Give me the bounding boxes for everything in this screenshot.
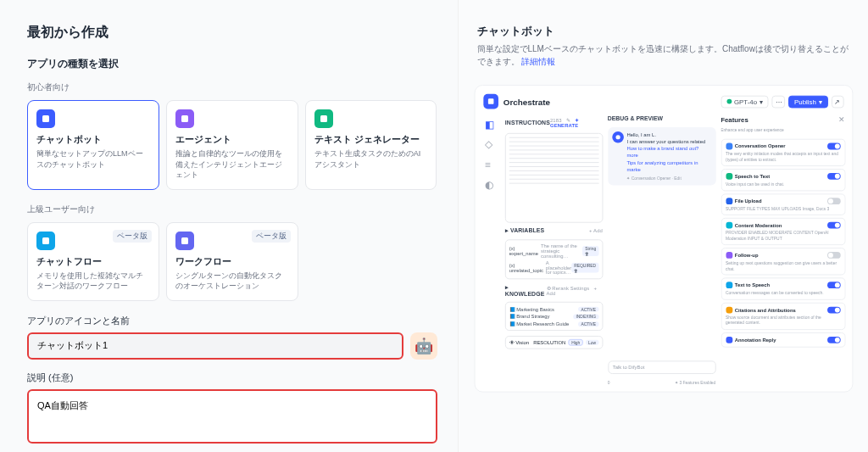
beta-tag: ベータ版 (252, 230, 291, 243)
feature-desc: The very entity initiation modes that ac… (726, 151, 840, 162)
detail-link[interactable]: 詳細情報 (521, 57, 555, 66)
variables-box: (x) expert_name The name of the strategi… (504, 239, 602, 279)
chat-input[interactable]: Talk to DifyBot (607, 360, 715, 374)
res-low-button[interactable]: Low (586, 340, 598, 345)
type-section-label: アプリの種類を選択 (27, 57, 437, 71)
features-title: Features (721, 116, 748, 124)
feature-toggle[interactable] (826, 306, 840, 313)
feature-dot-icon (726, 198, 732, 204)
svg-rect-5 (487, 98, 493, 104)
type-title: チャットフロー (36, 255, 150, 268)
knowledge-row[interactable]: 📘 Marketing Basics ACTIVE (509, 305, 598, 313)
advanced-label: 上級ユーザー向け (27, 204, 437, 215)
feature-card[interactable]: Text to Speech Conversation messages can… (721, 277, 845, 299)
feature-card[interactable]: Conversation Opener The very entity init… (721, 139, 845, 166)
preview-desc: 簡単な設定でLLMベースのチャットボットを迅速に構築します。Chatflowは後… (477, 42, 850, 68)
sidebar-access-icon[interactable]: ◇ (485, 139, 497, 151)
feature-card[interactable]: Speech to Text Voice input can be used i… (721, 169, 845, 191)
feature-dot-icon (726, 173, 732, 180)
feature-toggle[interactable] (826, 282, 840, 288)
svg-rect-4 (181, 237, 188, 244)
svg-rect-0 (42, 115, 49, 122)
feature-dot-icon (726, 143, 732, 150)
knowledge-box: 📘 Marketing Basics ACTIVE 📘 Brand Strate… (504, 302, 602, 331)
sidebar-monitor-icon[interactable]: ◐ (485, 179, 497, 191)
close-icon[interactable]: ✕ (838, 115, 845, 124)
type-title: テキスト ジェネレーター (314, 133, 428, 146)
type-icon-chatflow (36, 232, 55, 250)
svg-rect-2 (320, 115, 327, 122)
feature-card[interactable]: Content Moderation PROVIDER ENABLED MODE… (721, 218, 845, 245)
model-selector[interactable]: GPT-4o ▾ (721, 95, 768, 108)
bot-avatar-icon (611, 131, 623, 143)
feature-desc: Conversation messages can be converted t… (726, 290, 840, 295)
feature-card[interactable]: Follow-up Setting up next questions sugg… (721, 248, 845, 275)
add-variable-button[interactable]: + Add (589, 229, 603, 234)
app-name-input[interactable] (27, 332, 403, 360)
app-avatar-icon[interactable]: 🤖 (410, 332, 437, 360)
type-card-chatflow[interactable]: ベータ版 チャットフロー メモリを使用した複雑なマルチターン対話のワークフロー (27, 222, 159, 301)
variables-label: VARIABLES (509, 228, 543, 234)
feature-dot-icon (726, 252, 732, 259)
beta-tag: ベータ版 (113, 230, 152, 243)
orchestrate-label: Orchestrate (503, 97, 549, 106)
feature-dot-icon (726, 306, 732, 313)
feature-dot-icon (726, 222, 732, 229)
app-logo-icon (483, 94, 498, 109)
features-enabled-link[interactable]: ✦ 3 Features Enabled (675, 380, 715, 385)
instructions-label: INSTRUCTIONS (504, 120, 549, 126)
type-icon-textgen (314, 109, 333, 128)
settings-icon[interactable]: ⋯ (771, 95, 785, 108)
preview-area: Orchestrate GPT-4o ▾ ⋯ Publish ▾ ↗ ◧ (474, 85, 852, 393)
type-card-agent[interactable]: エージェント 推論と自律的なツールの使用を備えたインテリジェントエージェント (166, 100, 298, 190)
feature-toggle[interactable] (826, 252, 840, 259)
feature-toggle[interactable] (826, 143, 840, 150)
publish-button[interactable]: Publish ▾ (788, 95, 827, 108)
preview-sidebar: ◧ ◇ ≡ ◐ (481, 115, 500, 385)
feature-desc: Voice input can be used in chat. (726, 181, 840, 187)
chat-bubble: Hello, I am L. I can answer your questio… (607, 127, 715, 186)
svg-point-6 (615, 135, 619, 139)
variable-row[interactable]: (x) expert_name The name of the strategi… (509, 243, 598, 259)
feature-desc: SUPPORT FILE TYPES MAX UPLOADS Image, Do… (726, 206, 840, 211)
res-high-button[interactable]: High (568, 339, 583, 346)
description-label: 説明 (任意) (27, 371, 437, 384)
knowledge-row[interactable]: 📘 Market Research Guide ACTIVE (509, 320, 598, 327)
knowledge-row[interactable]: 📘 Brand Strategy INDEXING (509, 313, 598, 321)
page-title: 最初から作成 (27, 24, 437, 42)
type-icon-chatbot (36, 109, 55, 128)
type-title: ワークフロー (175, 255, 289, 268)
type-card-textgen[interactable]: テキスト ジェネレーター テキスト生成タスクのためのAIアシスタント (305, 100, 437, 190)
type-title: エージェント (175, 133, 289, 146)
features-subtitle: Enhance end app user experience (721, 127, 845, 132)
variable-row[interactable]: (x) unrelated_topic A placeholder for to… (509, 259, 598, 276)
type-desc: シングルターンの自動化タスクのオーケストレーション (175, 271, 289, 292)
feature-card[interactable]: Annotation Reply (721, 332, 845, 348)
feature-toggle[interactable] (826, 336, 840, 343)
feature-toggle[interactable] (826, 198, 840, 204)
feature-card[interactable]: File Upload SUPPORT FILE TYPES MAX UPLOA… (721, 193, 845, 215)
feature-dot-icon (726, 336, 732, 343)
type-card-workflow[interactable]: ベータ版 ワークフロー シングルターンの自動化タスクのオーケストレーション (166, 222, 298, 301)
chevron-down-icon: ▾ (818, 98, 821, 105)
expand-icon[interactable]: ↗ (831, 95, 843, 108)
sidebar-orchestrate-icon[interactable]: ◧ (485, 119, 497, 131)
debug-preview-title: DEBUG & PREVIEW (607, 115, 715, 121)
feature-toggle[interactable] (826, 222, 840, 229)
type-icon-workflow (175, 232, 194, 250)
model-dot-icon (726, 99, 732, 104)
feature-dot-icon (726, 282, 732, 288)
type-desc: テキスト生成タスクのためのAIアシスタント (314, 148, 428, 170)
instructions-box[interactable] (504, 133, 602, 223)
feature-toggle[interactable] (826, 173, 840, 180)
type-card-chatbot[interactable]: チャットボット 簡単なセットアップのLLMベースのチャットボット (27, 100, 159, 190)
feature-card[interactable]: Citations and Attributions Show source d… (721, 302, 845, 329)
chevron-down-icon: ▾ (759, 98, 762, 105)
description-textarea[interactable] (27, 389, 437, 444)
svg-rect-1 (181, 115, 188, 122)
sidebar-logs-icon[interactable]: ≡ (485, 159, 497, 170)
type-grid-beginner: チャットボット 簡単なセットアップのLLMベースのチャットボット エージェント … (27, 100, 437, 190)
type-icon-agent (175, 109, 194, 128)
svg-rect-3 (42, 237, 49, 244)
type-desc: 推論と自律的なツールの使用を備えたインテリジェントエージェント (175, 148, 289, 181)
